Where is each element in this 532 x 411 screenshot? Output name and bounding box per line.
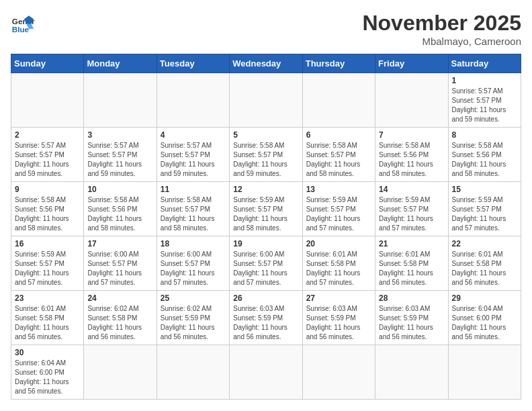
day-info: Sunrise: 6:00 AM Sunset: 5:57 PM Dayligh…: [161, 250, 226, 287]
col-header-wednesday: Wednesday: [230, 54, 302, 73]
day-info: Sunrise: 5:59 AM Sunset: 5:57 PM Dayligh…: [233, 195, 298, 233]
day-number: 1: [452, 76, 517, 85]
calendar-cell: 4Sunrise: 5:57 AM Sunset: 5:57 PM Daylig…: [157, 128, 229, 182]
calendar-cell: 7Sunrise: 5:58 AM Sunset: 5:56 PM Daylig…: [375, 128, 448, 182]
calendar-cell: 16Sunrise: 5:59 AM Sunset: 5:57 PM Dayli…: [11, 236, 84, 291]
svg-text:Blue: Blue: [12, 25, 30, 34]
day-info: Sunrise: 5:57 AM Sunset: 5:57 PM Dayligh…: [15, 141, 80, 179]
day-info: Sunrise: 5:58 AM Sunset: 5:56 PM Dayligh…: [87, 195, 152, 233]
col-header-saturday: Saturday: [448, 54, 521, 73]
day-info: Sunrise: 6:02 AM Sunset: 5:58 PM Dayligh…: [87, 304, 152, 342]
day-number: 2: [15, 130, 80, 140]
day-number: 23: [15, 293, 80, 303]
day-number: 22: [452, 239, 517, 248]
calendar-cell: [84, 73, 157, 128]
day-info: Sunrise: 5:57 AM Sunset: 5:57 PM Dayligh…: [87, 141, 152, 179]
day-number: 29: [452, 293, 517, 303]
col-header-friday: Friday: [375, 54, 448, 73]
calendar-week-3: 9Sunrise: 5:58 AM Sunset: 5:56 PM Daylig…: [11, 182, 521, 236]
day-number: 12: [233, 185, 298, 194]
calendar-cell: 14Sunrise: 5:59 AM Sunset: 5:57 PM Dayli…: [375, 182, 448, 236]
calendar-cell: 9Sunrise: 5:58 AM Sunset: 5:56 PM Daylig…: [11, 182, 84, 236]
day-number: 30: [15, 348, 80, 357]
day-number: 19: [233, 239, 298, 248]
day-info: Sunrise: 6:01 AM Sunset: 5:58 PM Dayligh…: [379, 250, 444, 287]
calendar-header-row: SundayMondayTuesdayWednesdayThursdayFrid…: [11, 54, 521, 73]
logo-icon: General Blue: [11, 11, 35, 35]
day-number: 18: [161, 239, 226, 248]
calendar-cell: 18Sunrise: 6:00 AM Sunset: 5:57 PM Dayli…: [157, 236, 229, 291]
calendar-cell: 24Sunrise: 6:02 AM Sunset: 5:58 PM Dayli…: [84, 291, 157, 345]
calendar-cell: 21Sunrise: 6:01 AM Sunset: 5:58 PM Dayli…: [375, 236, 448, 291]
day-number: 7: [379, 130, 444, 140]
col-header-sunday: Sunday: [11, 54, 84, 73]
day-info: Sunrise: 6:01 AM Sunset: 5:58 PM Dayligh…: [15, 304, 80, 342]
day-info: Sunrise: 5:58 AM Sunset: 5:57 PM Dayligh…: [161, 195, 226, 233]
day-info: Sunrise: 5:57 AM Sunset: 5:57 PM Dayligh…: [161, 141, 226, 179]
day-info: Sunrise: 5:58 AM Sunset: 5:57 PM Dayligh…: [233, 141, 298, 179]
day-number: 25: [161, 293, 226, 303]
calendar-cell: 15Sunrise: 5:59 AM Sunset: 5:57 PM Dayli…: [448, 182, 521, 236]
calendar-week-5: 23Sunrise: 6:01 AM Sunset: 5:58 PM Dayli…: [11, 291, 521, 345]
day-info: Sunrise: 5:59 AM Sunset: 5:57 PM Dayligh…: [306, 195, 371, 233]
calendar-table: SundayMondayTuesdayWednesdayThursdayFrid…: [11, 54, 521, 400]
day-number: 11: [161, 185, 226, 194]
location: Mbalmayo, Cameroon: [362, 36, 521, 47]
calendar-cell: 30Sunrise: 6:04 AM Sunset: 6:00 PM Dayli…: [11, 345, 84, 400]
calendar-week-2: 2Sunrise: 5:57 AM Sunset: 5:57 PM Daylig…: [11, 128, 521, 182]
calendar-cell: 13Sunrise: 5:59 AM Sunset: 5:57 PM Dayli…: [302, 182, 375, 236]
title-block: November 2025 Mbalmayo, Cameroon: [362, 11, 521, 47]
day-number: 27: [306, 293, 371, 303]
calendar-cell: [230, 73, 302, 128]
day-number: 28: [379, 293, 444, 303]
day-number: 20: [306, 239, 371, 248]
day-number: 26: [233, 293, 298, 303]
calendar-cell: 23Sunrise: 6:01 AM Sunset: 5:58 PM Dayli…: [11, 291, 84, 345]
logo: General Blue: [11, 11, 35, 35]
day-number: 8: [452, 130, 517, 140]
day-number: 13: [306, 185, 371, 194]
calendar-cell: 5Sunrise: 5:58 AM Sunset: 5:57 PM Daylig…: [230, 128, 302, 182]
calendar-cell: 29Sunrise: 6:04 AM Sunset: 6:00 PM Dayli…: [448, 291, 521, 345]
col-header-thursday: Thursday: [302, 54, 375, 73]
day-info: Sunrise: 5:58 AM Sunset: 5:56 PM Dayligh…: [452, 141, 517, 179]
day-info: Sunrise: 6:00 AM Sunset: 5:57 PM Dayligh…: [87, 250, 152, 287]
calendar-cell: 11Sunrise: 5:58 AM Sunset: 5:57 PM Dayli…: [157, 182, 229, 236]
day-number: 21: [379, 239, 444, 248]
calendar-cell: [375, 345, 448, 400]
day-info: Sunrise: 5:58 AM Sunset: 5:56 PM Dayligh…: [15, 195, 80, 233]
day-number: 14: [379, 185, 444, 194]
day-number: 9: [15, 185, 80, 194]
calendar-cell: 22Sunrise: 6:01 AM Sunset: 5:58 PM Dayli…: [448, 236, 521, 291]
calendar-cell: 25Sunrise: 6:02 AM Sunset: 5:59 PM Dayli…: [157, 291, 229, 345]
day-number: 3: [87, 130, 152, 140]
calendar-week-6: 30Sunrise: 6:04 AM Sunset: 6:00 PM Dayli…: [11, 345, 521, 400]
day-number: 15: [452, 185, 517, 194]
calendar-cell: 27Sunrise: 6:03 AM Sunset: 5:59 PM Dayli…: [302, 291, 375, 345]
calendar-cell: [84, 345, 157, 400]
calendar-cell: 2Sunrise: 5:57 AM Sunset: 5:57 PM Daylig…: [11, 128, 84, 182]
calendar-cell: 26Sunrise: 6:03 AM Sunset: 5:59 PM Dayli…: [230, 291, 302, 345]
calendar-cell: 8Sunrise: 5:58 AM Sunset: 5:56 PM Daylig…: [448, 128, 521, 182]
calendar-cell: 10Sunrise: 5:58 AM Sunset: 5:56 PM Dayli…: [84, 182, 157, 236]
calendar-week-4: 16Sunrise: 5:59 AM Sunset: 5:57 PM Dayli…: [11, 236, 521, 291]
day-info: Sunrise: 6:04 AM Sunset: 6:00 PM Dayligh…: [15, 359, 80, 396]
calendar-cell: 28Sunrise: 6:03 AM Sunset: 5:59 PM Dayli…: [375, 291, 448, 345]
day-info: Sunrise: 6:01 AM Sunset: 5:58 PM Dayligh…: [452, 250, 517, 287]
calendar-cell: [375, 73, 448, 128]
calendar-cell: 3Sunrise: 5:57 AM Sunset: 5:57 PM Daylig…: [84, 128, 157, 182]
day-number: 10: [87, 185, 152, 194]
day-info: Sunrise: 6:00 AM Sunset: 5:57 PM Dayligh…: [233, 250, 298, 287]
day-number: 24: [87, 293, 152, 303]
calendar-cell: [302, 345, 375, 400]
calendar-cell: [302, 73, 375, 128]
day-info: Sunrise: 6:04 AM Sunset: 6:00 PM Dayligh…: [452, 304, 517, 342]
day-info: Sunrise: 5:59 AM Sunset: 5:57 PM Dayligh…: [379, 195, 444, 233]
calendar-cell: 20Sunrise: 6:01 AM Sunset: 5:58 PM Dayli…: [302, 236, 375, 291]
calendar-cell: [157, 345, 229, 400]
day-info: Sunrise: 5:59 AM Sunset: 5:57 PM Dayligh…: [452, 195, 517, 233]
day-info: Sunrise: 5:57 AM Sunset: 5:57 PM Dayligh…: [452, 87, 517, 124]
day-info: Sunrise: 6:03 AM Sunset: 5:59 PM Dayligh…: [379, 304, 444, 342]
calendar-week-1: 1Sunrise: 5:57 AM Sunset: 5:57 PM Daylig…: [11, 73, 521, 128]
calendar-cell: [157, 73, 229, 128]
